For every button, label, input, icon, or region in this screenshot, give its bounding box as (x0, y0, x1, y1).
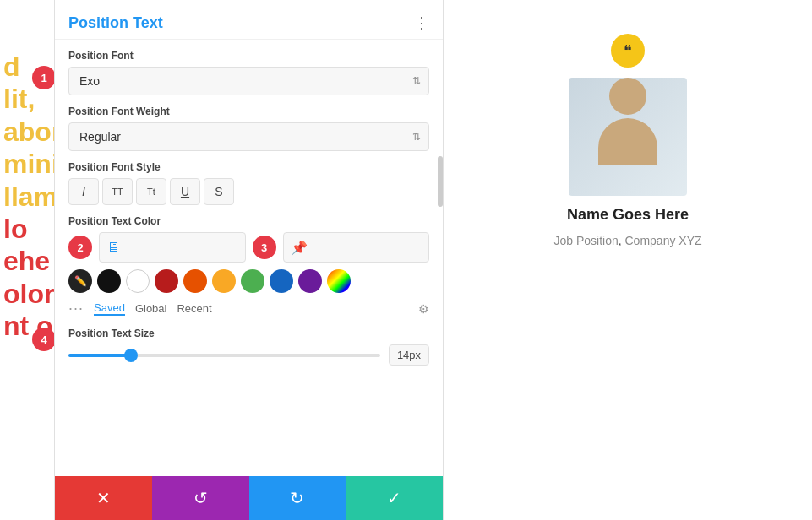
undo-button[interactable]: ↺ (152, 476, 249, 520)
panel-menu-icon[interactable]: ⋮ (414, 14, 429, 32)
panel-toolbar: ✕ ↺ ↻ ✓ (55, 476, 443, 520)
swatch-orange[interactable] (183, 269, 207, 293)
panel-body: Position Font Exo Arial Roboto ⇅ Positio… (55, 40, 443, 476)
left-line-5: llam (0, 181, 54, 213)
badge-4: 4 (32, 328, 55, 351)
swatch-white[interactable] (126, 269, 150, 293)
uppercase-button[interactable]: TT (102, 178, 133, 205)
preview-position-text: Job Position, Company XYZ (553, 234, 701, 247)
swatch-rainbow[interactable] (327, 269, 351, 293)
preview-card: ❝ Name Goes Here Job Position, Company X… (553, 34, 701, 247)
left-line-3: abor (0, 116, 54, 148)
left-line-7: ehe (0, 245, 54, 277)
size-slider-thumb[interactable] (124, 349, 138, 362)
color-pin-box[interactable]: 📌 (283, 232, 430, 263)
eyedropper-icon: ✏️ (74, 275, 87, 287)
quote-badge: ❝ (611, 34, 645, 68)
strikethrough-button[interactable]: S (204, 178, 234, 205)
color-swatches: ✏️ (68, 269, 429, 293)
color-tab-recent[interactable]: Recent (177, 302, 211, 315)
style-label: Position Font Style (68, 161, 429, 173)
eyedropper-badge[interactable]: ✏️ (68, 269, 92, 293)
italic-button[interactable]: I (68, 178, 99, 205)
cancel-button[interactable]: ✕ (55, 476, 152, 520)
preview-area: ❝ Name Goes Here Job Position, Company X… (444, 0, 812, 520)
swatch-blue[interactable] (270, 269, 293, 293)
color-tab-gear-icon[interactable]: ⚙ (418, 302, 429, 316)
color-input-box-left[interactable]: 🖥 (99, 232, 246, 263)
confirm-icon: ✓ (387, 488, 401, 508)
size-row: 14px (68, 344, 429, 366)
font-select-wrapper: Exo Arial Roboto ⇅ (68, 67, 429, 95)
redo-button[interactable]: ↻ (249, 476, 346, 520)
underline-button[interactable]: U (170, 178, 200, 205)
capitalize-button[interactable]: Tt (136, 178, 166, 205)
weight-select-wrapper: Regular Bold Light ⇅ (68, 122, 429, 151)
size-value[interactable]: 14px (389, 344, 429, 366)
left-line-6: lo (0, 213, 54, 245)
style-buttons-group: I TT Tt U S (68, 178, 429, 205)
preview-photo (569, 78, 687, 196)
person-body (598, 118, 657, 165)
quote-icon: ❝ (624, 41, 632, 60)
color-label: Position Text Color (68, 215, 429, 227)
weight-select[interactable]: Regular Bold Light (68, 122, 429, 151)
color-tab-dots: ··· (68, 300, 84, 317)
confirm-button[interactable]: ✓ (346, 476, 443, 520)
left-decorative-text: 1 d lit, abor minin llam lo 4 ehe olore … (0, 0, 55, 520)
preview-job-title: Job Position (553, 234, 618, 247)
color-row-top: 2 🖥 3 📌 (68, 232, 429, 263)
weight-label: Position Font Weight (68, 106, 429, 117)
font-label: Position Font (68, 50, 429, 62)
size-slider-fill (68, 354, 131, 357)
panel-title: Position Text (68, 14, 163, 32)
panel-header: Position Text ⋮ (55, 0, 443, 40)
color-badge-3: 3 (253, 236, 276, 259)
color-tab-global[interactable]: Global (135, 302, 167, 315)
redo-icon: ↻ (290, 488, 304, 508)
swatch-green[interactable] (241, 269, 264, 293)
undo-icon: ↺ (193, 488, 208, 508)
preview-company: Company XYZ (625, 234, 702, 247)
swatch-purple[interactable] (298, 269, 322, 293)
preview-name: Name Goes Here (567, 206, 689, 224)
cancel-icon: ✕ (96, 488, 111, 508)
swatch-dark-red[interactable] (155, 269, 178, 293)
font-select[interactable]: Exo Arial Roboto (68, 67, 429, 95)
badge-1: 1 (32, 66, 55, 89)
swatch-yellow[interactable] (212, 269, 236, 293)
monitor-icon: 🖥 (106, 240, 120, 255)
scroll-indicator (438, 156, 443, 207)
pin-icon: 📌 (291, 240, 308, 256)
person-head (609, 78, 646, 115)
left-line-8: olore (0, 278, 54, 310)
color-tab-saved[interactable]: Saved (94, 301, 125, 316)
size-label: Position Text Size (68, 328, 429, 339)
swatch-black[interactable] (97, 269, 121, 293)
left-line-4: minin (0, 148, 54, 180)
person-silhouette (569, 78, 687, 165)
settings-panel: Position Text ⋮ Position Font Exo Arial … (55, 0, 444, 520)
size-slider-track[interactable] (68, 354, 380, 357)
color-badge-2: 2 (68, 236, 92, 259)
color-tabs-row: ··· Saved Global Recent ⚙ (68, 300, 429, 317)
